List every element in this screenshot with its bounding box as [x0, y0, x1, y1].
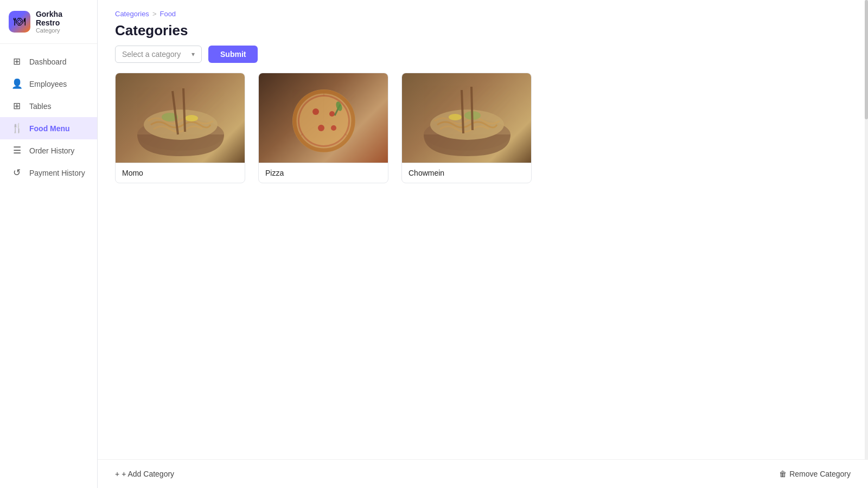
sidebar-item-order-history[interactable]: ☰ Order History — [0, 139, 97, 162]
svg-point-22 — [449, 114, 462, 120]
svg-point-16 — [331, 125, 336, 131]
breadcrumb-food: Food — [159, 10, 176, 18]
food-card-label-chowmein: Chowmein — [402, 163, 531, 183]
order-history-icon: ☰ — [11, 145, 23, 156]
remove-category-label: Remove Category — [789, 470, 851, 478]
breadcrumb-separator: > — [152, 10, 157, 18]
dashboard-icon: ⊞ — [11, 56, 23, 67]
scrollbar-thumb[interactable] — [865, 0, 868, 119]
main-content: Categories > Food Categories Select a ca… — [98, 0, 868, 488]
submit-button[interactable]: Submit — [208, 46, 258, 63]
sidebar-item-payment-history[interactable]: ↺ Payment History — [0, 162, 97, 184]
sidebar-item-label: Payment History — [29, 169, 85, 177]
logo-text: Gorkha Restro Category — [36, 10, 88, 34]
remove-category-button[interactable]: 🗑 Remove Category — [779, 470, 851, 478]
food-card-image-pizza — [259, 73, 388, 163]
sidebar: 🍽 Gorkha Restro Category ⊞ Dashboard 👤 E… — [0, 0, 98, 488]
app-name: Gorkha Restro — [36, 10, 88, 27]
svg-point-3 — [185, 115, 198, 121]
sidebar-item-label: Dashboard — [29, 57, 67, 66]
scrollbar-track — [865, 0, 868, 488]
svg-point-14 — [329, 111, 335, 117]
app-subtitle: Category — [36, 27, 88, 34]
svg-point-15 — [318, 125, 324, 131]
bottom-bar: + + Add Category 🗑 Remove Category — [98, 459, 868, 488]
food-card-label-momo: Momo — [116, 163, 245, 183]
filter-bar: Select a category ▾ Submit — [98, 46, 868, 73]
payment-history-icon: ↺ — [11, 167, 23, 178]
category-select-placeholder: Select a category — [122, 50, 181, 59]
logo-icon: 🍽 — [9, 11, 30, 33]
sidebar-item-tables[interactable]: ⊞ Tables — [0, 95, 97, 117]
svg-point-1 — [144, 110, 218, 140]
breadcrumb-categories[interactable]: Categories — [115, 10, 149, 18]
app-logo: 🍽 Gorkha Restro Category — [0, 0, 97, 44]
svg-point-12 — [299, 97, 348, 145]
sidebar-item-employees[interactable]: 👤 Employees — [0, 73, 97, 95]
chevron-down-icon: ▾ — [192, 50, 195, 58]
add-category-label: + Add Category — [122, 470, 174, 478]
sidebar-nav: ⊞ Dashboard 👤 Employees ⊞ Tables 🍴 Food … — [0, 44, 97, 488]
category-select[interactable]: Select a category ▾ — [115, 46, 202, 63]
sidebar-item-label: Tables — [29, 102, 51, 111]
tables-icon: ⊞ — [11, 100, 23, 112]
breadcrumb: Categories > Food — [98, 0, 868, 20]
svg-line-24 — [471, 87, 473, 130]
sidebar-item-food-menu[interactable]: 🍴 Food Menu — [0, 117, 97, 139]
food-card-pizza[interactable]: Pizza — [258, 73, 388, 183]
food-card-momo[interactable]: Momo — [115, 73, 245, 183]
food-card-image-chowmein — [402, 73, 532, 163]
svg-point-13 — [312, 108, 319, 115]
food-cards-grid: Momo — [98, 73, 868, 201]
sidebar-item-label: Employees — [29, 80, 67, 88]
page-title: Categories — [98, 20, 868, 46]
food-card-label-pizza: Pizza — [259, 163, 388, 183]
food-card-image-momo — [116, 73, 245, 163]
employees-icon: 👤 — [11, 78, 23, 89]
sidebar-item-label: Order History — [29, 146, 74, 155]
sidebar-item-label: Food Menu — [29, 124, 70, 133]
food-card-chowmein[interactable]: Chowmein — [401, 73, 532, 183]
add-category-button[interactable]: + + Add Category — [115, 470, 174, 478]
sidebar-item-dashboard[interactable]: ⊞ Dashboard — [0, 50, 97, 73]
trash-icon: 🗑 — [779, 470, 787, 478]
food-menu-icon: 🍴 — [11, 123, 23, 134]
add-icon: + — [115, 470, 119, 478]
